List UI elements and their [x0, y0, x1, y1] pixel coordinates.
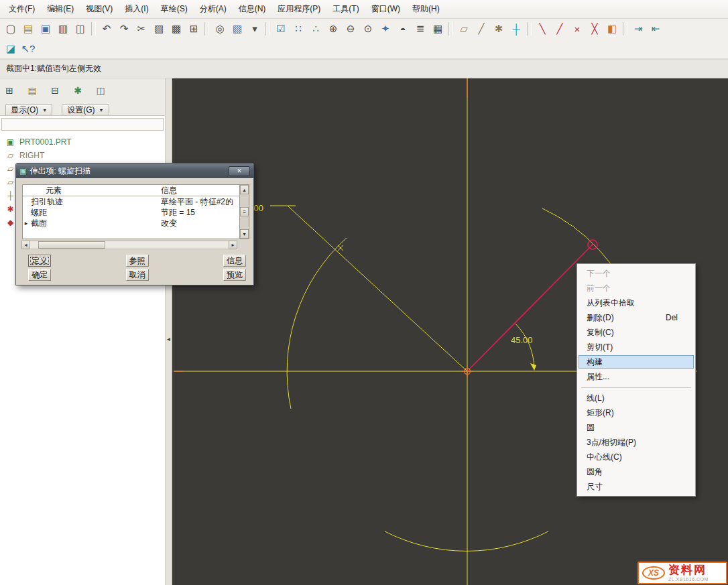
menu-insert[interactable]: 插入(I)	[119, 0, 154, 18]
shade-icon[interactable]: ◓	[394, 21, 412, 37]
save-icon[interactable]: ▣	[37, 21, 54, 37]
helix-radius-line[interactable]	[467, 245, 593, 371]
ctx-centerline[interactable]: 中心线(C)	[577, 450, 695, 464]
construction-diagonal-line[interactable]	[288, 206, 467, 371]
ok-button[interactable]: 确定	[28, 269, 51, 281]
ctx-construction[interactable]: 构建	[579, 355, 694, 369]
context-menu-item-label: 3点/相切端(P)	[587, 437, 636, 448]
ctx-circle[interactable]: 圆	[577, 420, 695, 435]
copy-icon[interactable]: ▨	[150, 21, 168, 37]
arc-left[interactable]	[287, 238, 347, 409]
menu-help[interactable]: 帮助(H)	[406, 0, 446, 18]
tree-filter-icon[interactable]: ✱	[70, 83, 86, 98]
scroll-right-icon[interactable]: ▸	[229, 241, 237, 249]
zoom-out-icon[interactable]: ⊖	[342, 21, 359, 37]
tree-columns-icon[interactable]: ▤	[24, 83, 40, 98]
scroll-left-icon[interactable]: ◂	[21, 241, 30, 249]
ctx-line[interactable]: 线(L)	[577, 391, 695, 405]
menu-analysis[interactable]: 分析(A)	[194, 0, 233, 18]
scroll-up-icon[interactable]: ▴	[240, 185, 249, 194]
new-file-icon[interactable]: ▢	[2, 21, 19, 37]
tree-toggle-icon[interactable]: ⊞	[1, 83, 17, 98]
datum-planes-icon[interactable]: ▱	[455, 21, 473, 37]
tree-show-button[interactable]: 显示(O) ▼	[5, 104, 52, 117]
toggle-construction-icon[interactable]: ╳	[586, 21, 603, 37]
sketch-display-dims-icon[interactable]: ☑	[272, 21, 290, 37]
context-help-icon[interactable]: ↖?	[19, 41, 37, 57]
scrollbar-thumb[interactable]	[38, 241, 105, 249]
angle-dimension-arc[interactable]	[515, 324, 534, 369]
ctx-properties[interactable]: 属性...	[577, 369, 695, 384]
tree-item-right-plane[interactable]: ▱ RIGHT	[0, 149, 165, 162]
undo-icon[interactable]: ↶	[98, 21, 115, 37]
dialog-titlebar[interactable]: ▣ 伸出项: 螺旋扫描 ✕	[16, 164, 253, 178]
csys-display-icon[interactable]: ┼	[507, 21, 525, 37]
define-button[interactable]: 定义	[28, 255, 51, 267]
angle-dimension-text[interactable]: 45.00	[511, 335, 533, 345]
scrollbar-track[interactable]	[30, 241, 229, 249]
context-menu-item-label: 从列表中拾取	[587, 298, 635, 309]
ctx-dimension[interactable]: 尺寸	[577, 479, 695, 494]
ctx-delete[interactable]: 删除(D) Del	[577, 310, 695, 325]
list-menu-icon[interactable]: ≡	[240, 207, 249, 216]
element-row[interactable]: 螺距 节距 = 15	[23, 207, 239, 218]
search-icon[interactable]: ◎	[211, 21, 229, 37]
panel-splitter[interactable]: ◄	[165, 78, 172, 585]
tree-search-icon[interactable]: ◫	[93, 83, 109, 98]
paste-icon[interactable]: ▩	[168, 21, 185, 37]
cut-icon[interactable]: ✂	[133, 21, 150, 37]
datum-axes-icon[interactable]: ╱	[473, 21, 490, 37]
repaint-icon[interactable]: ✦	[377, 21, 394, 37]
menu-file[interactable]: 文件(F)	[3, 0, 41, 18]
ctx-rectangle[interactable]: 矩形(R)	[577, 405, 695, 420]
collapse-panel-icon[interactable]: ◄	[166, 336, 172, 342]
selection-filter-icon[interactable]: ▧	[229, 21, 246, 37]
datum-points-icon[interactable]: ✱	[490, 21, 507, 37]
print-icon[interactable]: ▥	[54, 21, 72, 37]
close-icon[interactable]: ✕	[229, 166, 250, 176]
menu-sketch[interactable]: 草绘(S)	[155, 0, 194, 18]
open-file-icon[interactable]: ▤	[19, 21, 37, 37]
element-row[interactable]: ▸ 截面 改变	[23, 218, 239, 229]
print-preview-icon[interactable]: ◫	[72, 21, 89, 37]
paste-special-icon[interactable]: ⊞	[185, 21, 202, 37]
redo-icon[interactable]: ↷	[115, 21, 133, 37]
zoom-refit-icon[interactable]: ⊙	[359, 21, 377, 37]
ctx-cut[interactable]: 剪切(T)	[577, 340, 695, 354]
sketch-display-vertices-icon[interactable]: ∴	[307, 21, 324, 37]
centerline-tool-icon[interactable]: ╱	[551, 21, 568, 37]
menu-applications[interactable]: 应用程序(P)	[271, 0, 326, 18]
ctx-fillet[interactable]: 圆角	[577, 464, 695, 479]
info-button[interactable]: 信息	[223, 255, 246, 267]
zoom-in-icon[interactable]: ⊕	[324, 21, 342, 37]
preview-button[interactable]: 预览	[223, 269, 246, 281]
done-icon[interactable]: ⇥	[629, 21, 647, 37]
ctx-3point-tangent[interactable]: 3点/相切端(P)	[577, 435, 695, 450]
menu-view[interactable]: 视图(V)	[80, 0, 119, 18]
menu-edit[interactable]: 编辑(E)	[41, 0, 80, 18]
delete-segment-icon[interactable]: ×	[568, 21, 586, 37]
sketch-display-constraints-icon[interactable]: ∷	[290, 21, 307, 37]
vertical-scrollbar[interactable]: ▴ ≡ ▾	[239, 184, 249, 239]
ctx-copy[interactable]: 复制(C)	[577, 325, 695, 340]
layers-icon[interactable]: ≣	[412, 21, 429, 37]
refs-button[interactable]: 参照	[126, 255, 149, 267]
horizontal-scrollbar[interactable]: ◂ ▸	[21, 241, 237, 249]
modify-dims-icon[interactable]: ◧	[603, 21, 621, 37]
scroll-down-icon[interactable]: ▾	[240, 229, 249, 239]
menu-window[interactable]: 窗口(W)	[365, 0, 406, 18]
sketch-orient-icon[interactable]: ◪	[2, 41, 19, 57]
chevron-down-icon[interactable]: ▾	[246, 21, 263, 37]
arc-bottom[interactable]	[385, 531, 548, 551]
tree-item-part[interactable]: ▣ PRT0001.PRT	[0, 135, 165, 149]
cancel-button[interactable]: 取消	[126, 269, 149, 281]
view-manager-icon[interactable]: ▦	[429, 21, 446, 37]
expand-all-icon[interactable]: ⊟	[47, 83, 63, 98]
menu-info[interactable]: 信息(N)	[233, 0, 272, 18]
element-row[interactable]: 扫引轨迹 草绘平面 - 特征#2的	[23, 196, 239, 207]
tree-settings-button[interactable]: 设置(G) ▼	[62, 104, 109, 117]
menu-tools[interactable]: 工具(T)	[326, 0, 365, 18]
quit-icon[interactable]: ⇤	[647, 21, 664, 37]
line-tool-icon[interactable]: ╲	[534, 21, 551, 37]
ctx-pick-from-list[interactable]: 从列表中拾取	[577, 296, 695, 310]
